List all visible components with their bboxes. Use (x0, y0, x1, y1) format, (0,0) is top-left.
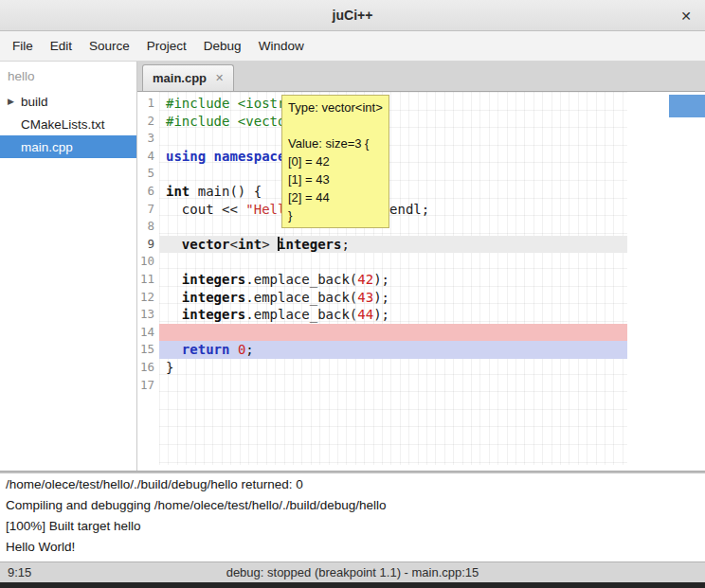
menu-project[interactable]: Project (138, 31, 195, 62)
menu-debug[interactable]: Debug (195, 31, 250, 62)
line-number: 15 (137, 341, 159, 359)
code-line-11[interactable]: 11 integers.emplace_back(42); (137, 271, 705, 289)
close-icon[interactable]: ✕ (680, 0, 692, 31)
line-number: 7 (137, 201, 159, 219)
code-line-15[interactable]: 15 return 0; (137, 341, 705, 359)
code-line-13[interactable]: 13 integers.emplace_back(44); (137, 306, 705, 324)
tooltip-line: Value: size=3 { (288, 134, 383, 152)
line-number: 1 (137, 95, 159, 113)
line-content: return 0; (159, 341, 627, 359)
cursor-position: 9:15 (8, 565, 31, 579)
code-line-14[interactable]: 14 (137, 324, 705, 342)
terminal-line: Hello World! (6, 537, 705, 558)
terminal-line: [100%] Built target hello (6, 516, 705, 537)
tab-bar: main.cpp ✕ (137, 62, 705, 92)
code-area[interactable]: 1#include <iostream>2#include <vector>34… (137, 95, 705, 394)
line-number: 2 (137, 113, 159, 131)
line-number: 8 (137, 218, 159, 236)
code-line-8[interactable]: 8 (137, 218, 705, 236)
line-content (159, 324, 627, 342)
code-line-16[interactable]: 16} (137, 359, 705, 377)
tooltip-line: Type: vector<int> (288, 98, 383, 116)
line-number: 6 (137, 183, 159, 201)
line-number: 11 (137, 271, 159, 289)
line-number: 17 (137, 377, 159, 395)
tree-item-label: build (21, 95, 48, 109)
debug-status: debug: stopped (breakpoint 1.1) - main.c… (226, 565, 479, 579)
line-content (159, 377, 627, 395)
code-line-7[interactable]: 7 cout << "Hello World!" << endl; (137, 201, 705, 219)
tree-item-main-cpp[interactable]: main.cpp (0, 135, 136, 158)
code-line-5[interactable]: 5 (137, 165, 705, 183)
line-content: int main() { (159, 183, 627, 201)
juci-window: juCi++ ✕ FileEditSourceProjectDebugWindo… (0, 0, 705, 588)
window-title: juCi++ (333, 8, 373, 23)
debug-value-tooltip: Type: vector<int> Value: size=3 { [0] = … (281, 95, 389, 228)
code-line-12[interactable]: 12 integers.emplace_back(43); (137, 289, 705, 307)
code-line-17[interactable]: 17 (137, 377, 705, 395)
line-content (159, 218, 627, 236)
menu-source[interactable]: Source (81, 31, 138, 62)
line-content (159, 165, 627, 183)
line-number: 12 (137, 289, 159, 307)
file-tree: ▶buildCMakeLists.txtmain.cpp (0, 90, 136, 158)
line-number: 13 (137, 306, 159, 324)
line-content: #include <iostream> (159, 95, 627, 113)
tree-item-label: main.cpp (21, 140, 73, 154)
menu-edit[interactable]: Edit (42, 31, 81, 62)
line-number: 5 (137, 165, 159, 183)
scrollbar-indicator[interactable] (669, 95, 705, 117)
tooltip-line: [2] = 44 (288, 188, 383, 206)
tree-item-label: CMakeLists.txt (21, 117, 105, 132)
code-line-4[interactable]: 4using namespace std; (137, 148, 705, 166)
tree-item-build[interactable]: ▶build (0, 90, 136, 113)
tab-label: main.cpp (153, 71, 207, 85)
line-content (159, 253, 627, 271)
code-line-6[interactable]: 6int main() { (137, 183, 705, 201)
tooltip-line: [0] = 42 (288, 152, 383, 170)
line-content: cout << "Hello World!" << endl; (159, 201, 627, 219)
line-number: 9 (137, 236, 159, 254)
line-content: integers.emplace_back(44); (159, 306, 627, 324)
line-content (159, 130, 627, 148)
menu-bar: FileEditSourceProjectDebugWindow (0, 31, 705, 62)
line-content: } (159, 359, 627, 377)
tab-main-cpp[interactable]: main.cpp ✕ (142, 64, 234, 91)
line-content: integers.emplace_back(42); (159, 271, 627, 289)
project-name[interactable]: hello (0, 62, 136, 90)
tooltip-line: [1] = 43 (288, 170, 383, 188)
line-content: #include <vector> (159, 113, 627, 131)
terminal-line: Compiling and debugging /home/olece/test… (6, 495, 705, 516)
tooltip-line: } (288, 206, 383, 224)
editor-body[interactable]: 1#include <iostream>2#include <vector>34… (137, 92, 705, 471)
line-number: 4 (137, 148, 159, 166)
sidebar: hello ▶buildCMakeLists.txtmain.cpp (0, 62, 137, 471)
line-number: 16 (137, 359, 159, 377)
title-bar[interactable]: juCi++ ✕ (0, 0, 705, 31)
line-content: using namespace std; (159, 148, 627, 166)
code-line-3[interactable]: 3 (137, 130, 705, 148)
line-number: 10 (137, 253, 159, 271)
expander-icon[interactable]: ▶ (8, 97, 21, 106)
line-number: 3 (137, 130, 159, 148)
terminal-output[interactable]: /home/olece/test/hello/./build/debug/hel… (0, 473, 705, 561)
code-line-2[interactable]: 2#include <vector> (137, 113, 705, 131)
window-bottom-edge (0, 582, 705, 588)
tooltip-line (288, 116, 383, 134)
code-line-9[interactable]: 9 vector<int> integers; (137, 236, 705, 254)
tab-close-icon[interactable]: ✕ (215, 72, 224, 84)
line-content: vector<int> integers; (159, 236, 627, 254)
main-area: hello ▶buildCMakeLists.txtmain.cpp main.… (0, 62, 705, 471)
code-line-1[interactable]: 1#include <iostream> (137, 95, 705, 113)
line-number: 14 (137, 324, 159, 342)
menu-window[interactable]: Window (250, 31, 313, 62)
menu-file[interactable]: File (4, 31, 42, 62)
terminal-line: /home/olece/test/hello/./build/debug/hel… (6, 474, 705, 495)
status-bar: 9:15 debug: stopped (breakpoint 1.1) - m… (0, 561, 705, 582)
tree-item-cmakelists-txt[interactable]: CMakeLists.txt (0, 113, 136, 135)
editor-pane: main.cpp ✕ 1#include <iostream>2#include… (137, 62, 705, 471)
line-content: integers.emplace_back(43); (159, 289, 627, 307)
code-line-10[interactable]: 10 (137, 253, 705, 271)
